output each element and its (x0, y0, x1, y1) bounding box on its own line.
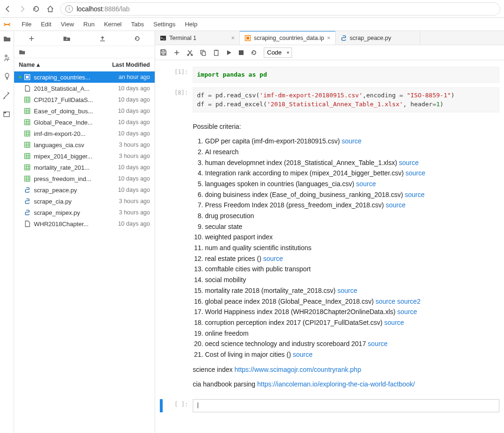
file-row[interactable]: 2018_Statistical_A...10 days ago (14, 83, 155, 94)
forward-button[interactable] (18, 5, 26, 13)
file-row[interactable]: mipex_2014_bigger...3 hours ago (14, 150, 155, 162)
csv-file-icon (24, 175, 31, 182)
file-modified: 10 days ago (105, 220, 150, 227)
file-name: imf-dm-export-20... (34, 130, 105, 137)
menu-edit[interactable]: Edit (36, 19, 56, 30)
file-row[interactable]: Ease_of_doing_bus...10 days ago (14, 105, 155, 117)
svg-rect-10 (25, 154, 30, 159)
file-name: mortality_rate_201... (34, 164, 105, 171)
file-browser-toolbar (14, 31, 155, 46)
file-file-icon (24, 220, 31, 228)
svg-rect-24 (239, 50, 244, 55)
tab-label: scraping_countries_data.ip (254, 35, 324, 41)
menu-kernel[interactable]: Kernel (99, 19, 126, 30)
insert-cell-button[interactable] (173, 49, 180, 56)
svg-rect-12 (25, 176, 30, 181)
file-row[interactable]: CPI2017_FullDataS...10 days ago (14, 94, 155, 105)
running-icon[interactable] (3, 54, 11, 62)
refresh-button[interactable] (134, 35, 141, 42)
svg-rect-6 (25, 109, 30, 114)
file-row[interactable]: scrape_mipex.py3 hours ago (14, 207, 155, 218)
close-icon[interactable]: × (231, 35, 235, 41)
menu-help[interactable]: Help (180, 19, 202, 30)
save-button[interactable] (160, 49, 167, 56)
markdown-cell[interactable]: Possible criteria:GDP per capita (imf-dm… (160, 117, 499, 395)
notebook: [1]: import pandas as pd [8]: df = pd.re… (155, 60, 504, 433)
file-row[interactable]: Global_Peace_Inde...10 days ago (14, 117, 155, 128)
file-row[interactable]: imf-dm-export-20...10 days ago (14, 128, 155, 139)
file-row[interactable]: mortality_rate_201...10 days ago (14, 162, 155, 173)
term-tab-icon (160, 35, 166, 41)
file-modified: 3 hours ago (105, 142, 150, 148)
svg-rect-9 (25, 142, 30, 148)
stop-button[interactable] (238, 50, 244, 55)
file-modified: 10 days ago (105, 164, 150, 171)
file-modified: 3 hours ago (105, 153, 150, 159)
tabs-icon[interactable] (3, 110, 11, 118)
breadcrumb[interactable] (14, 46, 155, 58)
file-browser-header[interactable]: Name ▴ Last Modified (14, 58, 155, 71)
svg-rect-7 (25, 120, 30, 125)
file-row[interactable]: languages_cia.csv3 hours ago (14, 139, 155, 150)
menu-tabs[interactable]: Tabs (126, 19, 149, 30)
tab[interactable]: scraping_countries_data.ip× (240, 31, 336, 45)
settings-icon[interactable] (3, 91, 11, 100)
home-button[interactable] (46, 5, 55, 13)
info-icon: i (65, 5, 73, 13)
copy-button[interactable] (200, 49, 206, 56)
code-input[interactable]: | (193, 399, 499, 412)
code-content[interactable]: df = pd.read_csv('imf-dm-export-20180915… (193, 87, 499, 112)
tab[interactable]: Terminal 1× (155, 31, 240, 45)
svg-rect-17 (162, 53, 165, 55)
new-launcher-button[interactable] (28, 35, 35, 42)
file-name: scrap_peace.py (34, 187, 105, 194)
code-cell[interactable]: [1]: import pandas as pd (160, 67, 499, 83)
jupyter-logo-icon (3, 20, 11, 29)
folder-icon[interactable] (3, 35, 11, 43)
svg-rect-8 (25, 131, 30, 136)
reload-button[interactable] (32, 5, 40, 13)
back-button[interactable] (4, 5, 12, 13)
new-folder-button[interactable] (63, 35, 71, 42)
svg-rect-2 (4, 112, 6, 113)
file-modified: 10 days ago (105, 119, 150, 126)
file-row[interactable]: WHR2018Chapter...10 days ago (14, 218, 155, 229)
file-row[interactable]: press_freedom_ind...10 days ago (14, 173, 155, 184)
file-row[interactable]: scrape_cia.py3 hours ago (14, 196, 155, 207)
file-name: press_freedom_ind... (34, 175, 105, 182)
svg-rect-13 (160, 36, 166, 40)
address-bar[interactable]: i localhost:8886/lab (60, 2, 500, 16)
py-file-icon (24, 209, 31, 216)
browser-toolbar: i localhost:8886/lab (0, 0, 504, 18)
file-modified: 10 days ago (105, 85, 150, 92)
tab[interactable]: scrap_peace.py (336, 31, 420, 45)
paste-button[interactable] (213, 49, 220, 56)
upload-button[interactable] (99, 35, 106, 42)
file-modified: 10 days ago (105, 187, 150, 193)
commands-icon[interactable] (3, 72, 11, 81)
nb-file-icon (24, 73, 31, 81)
file-row[interactable]: scraping_countries...an hour ago (14, 71, 155, 83)
cell-selection-bar (160, 399, 163, 412)
file-name: mipex_2014_bigger... (34, 153, 105, 160)
py-tab-icon (340, 35, 347, 41)
menu-file[interactable]: File (17, 19, 36, 30)
menu-settings[interactable]: Settings (149, 19, 180, 30)
svg-rect-22 (214, 50, 218, 55)
cut-button[interactable] (187, 49, 193, 56)
svg-rect-23 (215, 50, 217, 51)
restart-button[interactable] (251, 49, 257, 56)
code-cell[interactable]: [8]: df = pd.read_csv('imf-dm-export-201… (160, 87, 499, 112)
notebook-toolbar: Code (155, 45, 504, 60)
code-content[interactable]: import pandas as pd (193, 67, 499, 83)
url-text: localhost:8886/lab (77, 5, 130, 13)
run-button[interactable] (226, 49, 232, 56)
menu-view[interactable]: View (56, 19, 79, 30)
menu-run[interactable]: Run (79, 19, 99, 30)
svg-rect-4 (26, 76, 29, 79)
csv-file-icon (24, 130, 31, 137)
cell-type-select[interactable]: Code (264, 47, 292, 58)
empty-code-cell[interactable]: [ ]: | (160, 399, 499, 412)
file-row[interactable]: scrap_peace.py10 days ago (14, 184, 155, 196)
close-icon[interactable]: × (327, 35, 330, 41)
